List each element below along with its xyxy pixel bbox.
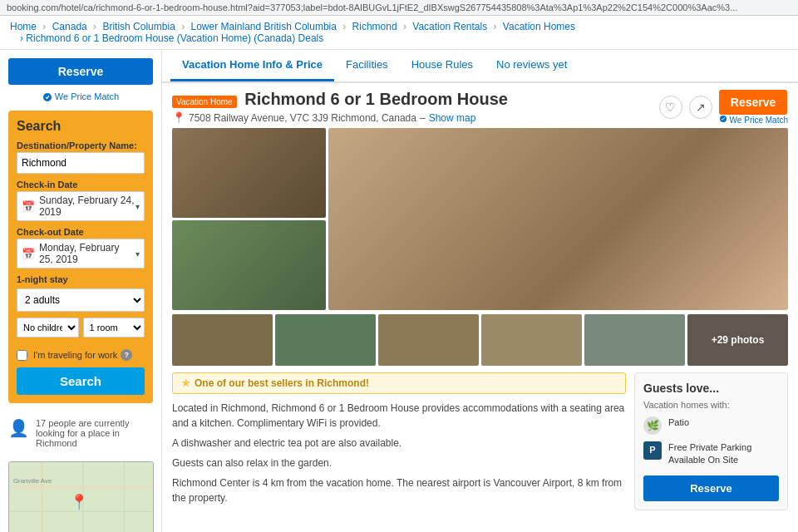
- share-icon: ↗: [696, 101, 706, 114]
- description-para4: Richmond Center is 4 km from the vacatio…: [172, 475, 626, 505]
- breadcrumb-sub[interactable]: Richmond 6 or 1 Bedroom House (Vacation …: [26, 32, 323, 44]
- photo-left-column: [172, 128, 326, 310]
- breadcrumb: Home › Canada › British Columbia › Lower…: [0, 16, 798, 50]
- url-bar: booking.com/hotel/ca/richmond-6-or-1-bed…: [0, 0, 798, 16]
- photo-thumb-5[interactable]: [584, 314, 685, 366]
- photo-thumb-1[interactable]: [172, 314, 273, 366]
- search-button[interactable]: Search: [17, 367, 145, 395]
- breadcrumb-vacation-homes[interactable]: Vacation Homes: [503, 21, 575, 32]
- address-dash: –: [420, 112, 426, 124]
- search-title: Search: [17, 119, 145, 134]
- search-box: Search Destination/Property Name: Check-…: [8, 111, 153, 403]
- work-travel: I'm traveling for work ?: [17, 349, 145, 361]
- reserve-top-button[interactable]: Reserve: [8, 58, 153, 85]
- children-select[interactable]: No children: [17, 318, 79, 337]
- guests-love: Guests love... Vacation homes with: 🌿 Pa…: [634, 372, 788, 510]
- looking-now: 👤 17 people are currently looking for a …: [8, 411, 153, 455]
- amenity-parking: P Free Private Parking Available On Site: [643, 441, 779, 467]
- row-selects: No children 1 room: [17, 318, 145, 343]
- looking-now-text: 17 people are currently looking for a pl…: [36, 418, 153, 448]
- price-match-header-icon: [719, 115, 727, 123]
- photo-grid: [162, 128, 798, 314]
- photo-more-overlay[interactable]: +29 photos: [687, 314, 788, 366]
- tab-no-reviews[interactable]: No reviews yet: [485, 50, 579, 81]
- patio-icon: 🌿: [643, 416, 662, 435]
- guests-love-sub: Vacation homes with:: [643, 400, 779, 410]
- header-actions: ♡ ↗ Reserve We Price Match: [659, 90, 788, 125]
- destination-label: Destination/Property Name:: [17, 140, 145, 150]
- reserve-header-button[interactable]: Reserve: [719, 90, 788, 115]
- description-para2: A dishwasher and electric tea pot are al…: [172, 436, 626, 451]
- checkout-label: Check-out Date: [17, 227, 145, 237]
- tab-facilities[interactable]: Facilities: [334, 50, 400, 81]
- photo-kitchen[interactable]: [172, 128, 326, 218]
- address-text: 7508 Railway Avenue, V7C 3J9 Richmond, C…: [189, 112, 416, 124]
- reserve-header-group: Reserve We Price Match: [719, 90, 788, 125]
- adults-select[interactable]: 2 adults: [17, 288, 145, 312]
- breadcrumb-richmond[interactable]: Richmond: [352, 21, 397, 32]
- photo-thumb-6[interactable]: +29 photos: [687, 314, 788, 366]
- description-para3: Guests can also relax in the garden.: [172, 456, 626, 470]
- page-layout: Reserve We Price Match Search Destinatio…: [0, 50, 798, 532]
- svg-rect-7: [9, 485, 153, 490]
- breadcrumb-vacation-rentals[interactable]: Vacation Rentals: [412, 21, 487, 32]
- main-content: Vacation Home Info & Price Facilities Ho…: [162, 50, 798, 532]
- checkin-label: Check-in Date: [17, 180, 145, 190]
- property-title: Richmond 6 or 1 Bedroom House: [244, 90, 508, 108]
- photo-main-large[interactable]: [328, 128, 788, 310]
- photo-strip: +29 photos: [162, 314, 798, 372]
- work-travel-checkbox[interactable]: [17, 350, 27, 361]
- property-address: 📍 7508 Railway Avenue, V7C 3J9 Richmond,…: [172, 111, 659, 124]
- checkin-date-text: Sunday, February 24, 2019: [39, 195, 135, 218]
- photo-thumb-2[interactable]: [275, 314, 376, 366]
- svg-rect-8: [41, 462, 45, 532]
- patio-label: Patio: [668, 416, 689, 429]
- best-seller-text: One of our best sellers in Richmond!: [195, 377, 369, 389]
- price-match-sidebar: We Price Match: [8, 91, 153, 102]
- heart-icon: ♡: [665, 101, 676, 114]
- checkout-date-input[interactable]: 📅 Monday, February 25, 2019 ▾: [17, 239, 145, 268]
- show-map-link[interactable]: Show map: [429, 112, 476, 124]
- checkout-calendar-icon: 📅: [22, 248, 35, 260]
- photo-living[interactable]: [172, 220, 326, 310]
- bottom-section: One of our best sellers in Richmond! Loc…: [162, 372, 798, 519]
- checkin-calendar-icon: 📅: [22, 200, 35, 213]
- checkin-arrow-icon: ▾: [135, 202, 140, 211]
- map-area: Granville Ave 📍 Show on map Map data ©20…: [8, 461, 153, 532]
- svg-text:Granville Ave: Granville Ave: [13, 477, 52, 485]
- description-para1: Located in Richmond, Richmond 6 or 1 Bed…: [172, 401, 626, 431]
- plus-photos-label: +29 photos: [687, 314, 788, 366]
- night-stay-label: 1-night stay: [17, 274, 145, 284]
- share-button[interactable]: ↗: [689, 96, 712, 119]
- help-icon[interactable]: ?: [121, 349, 132, 361]
- vacation-badge: Vacation Home: [172, 96, 237, 108]
- property-header: Vacation Home Richmond 6 or 1 Bedroom Ho…: [162, 83, 798, 128]
- map-pin: 📍: [70, 493, 88, 511]
- best-seller-badge: One of our best sellers in Richmond!: [172, 372, 626, 394]
- photo-thumb-3[interactable]: [378, 314, 479, 366]
- rooms-select[interactable]: 1 room: [83, 318, 145, 337]
- parking-label: Free Private Parking Available On Site: [668, 441, 779, 467]
- checkout-arrow-icon: ▾: [135, 249, 140, 259]
- sidebar: Reserve We Price Match Search Destinatio…: [0, 50, 162, 532]
- price-match-icon: [42, 92, 52, 102]
- photo-thumb-4[interactable]: [481, 314, 582, 366]
- description-area: One of our best sellers in Richmond! Loc…: [172, 372, 626, 510]
- tab-house-rules[interactable]: House Rules: [400, 50, 485, 81]
- work-travel-label: I'm traveling for work: [33, 350, 117, 360]
- checkout-date-text: Monday, February 25, 2019: [39, 242, 135, 265]
- amenity-patio: 🌿 Patio: [643, 416, 779, 435]
- map-placeholder: Granville Ave 📍: [8, 461, 154, 532]
- destination-input[interactable]: [17, 152, 145, 174]
- tab-bar: Vacation Home Info & Price Facilities Ho…: [162, 50, 798, 83]
- parking-icon: P: [643, 441, 662, 460]
- tab-vacation-info[interactable]: Vacation Home Info & Price: [170, 50, 334, 81]
- wishlist-button[interactable]: ♡: [659, 96, 682, 119]
- checkin-date-input[interactable]: 📅 Sunday, February 24, 2019 ▾: [17, 191, 145, 221]
- looking-icon: 👤: [8, 418, 29, 438]
- reserve-guests-button[interactable]: Reserve: [643, 475, 779, 501]
- property-title-area: Vacation Home Richmond 6 or 1 Bedroom Ho…: [172, 90, 659, 124]
- address-pin-icon: 📍: [172, 111, 185, 124]
- guests-love-title: Guests love...: [643, 382, 779, 395]
- photo-right-column: [328, 128, 788, 310]
